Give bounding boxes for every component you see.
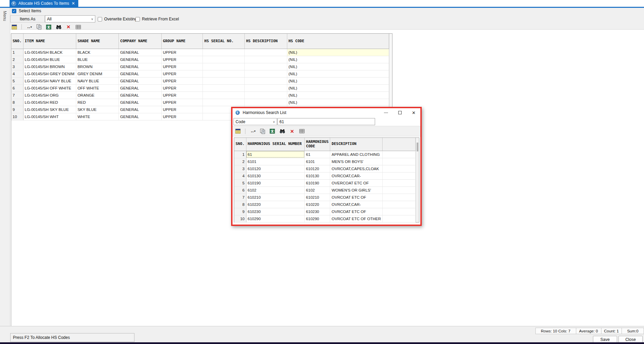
- group-name-cell[interactable]: UPPER: [161, 106, 203, 113]
- row-number-cell[interactable]: 8: [11, 99, 23, 106]
- excel-export-icon[interactable]: X: [269, 128, 276, 134]
- find-icon[interactable]: [279, 128, 286, 134]
- shade-name-cell[interactable]: WHITE: [76, 113, 118, 120]
- column-header[interactable]: ITEM NAME: [23, 34, 76, 49]
- column-header[interactable]: HS CODE: [287, 34, 389, 49]
- column-header[interactable]: COMPANY NAME: [119, 34, 161, 49]
- item-name-cell[interactable]: LG-00145/SH OFF WHITE: [23, 84, 76, 92]
- harmonious-serial-cell[interactable]: 610220: [246, 201, 305, 208]
- description-cell[interactable]: OVRCOAT ETC OF: [330, 194, 383, 201]
- hs-serial-cell[interactable]: [203, 92, 245, 99]
- company-name-cell[interactable]: GENERAL: [119, 113, 161, 120]
- group-name-cell[interactable]: UPPER: [161, 49, 203, 56]
- item-name-cell[interactable]: LG-00145/SH ORG: [23, 92, 76, 99]
- excel-export-icon[interactable]: X: [45, 24, 52, 30]
- description-cell[interactable]: OVRCOAT,CAR-: [330, 172, 383, 179]
- row-number-cell[interactable]: 2: [234, 158, 246, 165]
- harmonious-code-cell[interactable]: 610190: [305, 179, 330, 186]
- column-header[interactable]: SHADE NAME: [76, 34, 118, 49]
- hs-description-cell[interactable]: [244, 84, 287, 92]
- company-name-cell[interactable]: GENERAL: [119, 49, 161, 56]
- company-name-cell[interactable]: GENERAL: [119, 106, 161, 113]
- row-number-cell[interactable]: 9: [11, 106, 23, 113]
- row-number-cell[interactable]: 1: [234, 151, 246, 158]
- select-items-checkbox[interactable]: ✓: [12, 9, 16, 13]
- hs-serial-cell[interactable]: [203, 99, 245, 106]
- group-name-cell[interactable]: UPPER: [161, 99, 203, 106]
- column-width-icon[interactable]: ↔▾: [249, 128, 256, 134]
- item-name-cell[interactable]: LG-00145/SH WHT: [23, 113, 76, 120]
- company-name-cell[interactable]: GENERAL: [119, 63, 161, 70]
- description-cell[interactable]: OVRCOAT,CAPES,CLOAK: [330, 165, 383, 172]
- row-number-cell[interactable]: 5: [234, 179, 246, 186]
- harmonious-code-cell[interactable]: 6101: [305, 158, 330, 165]
- harmonious-code-cell[interactable]: 610230: [305, 208, 330, 215]
- retrieve-from-excel-checkbox[interactable]: [135, 17, 140, 21]
- hs-serial-cell[interactable]: [203, 84, 245, 92]
- close-icon[interactable]: ✕: [412, 111, 416, 115]
- description-cell[interactable]: OVERCOAT ETC OF: [330, 179, 383, 186]
- delete-icon[interactable]: ✕: [289, 128, 295, 134]
- search-field-dropdown[interactable]: Code ∨: [234, 118, 277, 125]
- harmonious-serial-cell[interactable]: 610120: [246, 165, 305, 172]
- group-name-cell[interactable]: UPPER: [161, 92, 203, 99]
- column-header[interactable]: SNO.: [234, 138, 246, 151]
- harmonious-serial-cell[interactable]: 6101: [246, 158, 305, 165]
- column-header[interactable]: HS SERIAL NO.: [203, 34, 245, 49]
- group-name-cell[interactable]: UPPER: [161, 77, 203, 84]
- harmonious-code-cell[interactable]: 6102: [305, 186, 330, 194]
- row-number-cell[interactable]: 3: [11, 63, 23, 70]
- column-width-icon[interactable]: ↔▾: [26, 24, 32, 30]
- column-header[interactable]: DESCRIPTION: [330, 138, 383, 151]
- hs-description-cell[interactable]: [244, 77, 287, 84]
- harmonious-code-cell[interactable]: 61: [305, 151, 330, 158]
- tab-close-icon[interactable]: ✕: [71, 1, 75, 5]
- harmonious-code-cell[interactable]: 610130: [305, 172, 330, 179]
- description-cell[interactable]: OVRCOAT ETC OF: [330, 208, 383, 215]
- hs-serial-cell[interactable]: [203, 49, 245, 56]
- hs-serial-cell[interactable]: [203, 77, 245, 84]
- report-icon[interactable]: [235, 128, 241, 134]
- item-name-cell[interactable]: LG-00145/SH BLACK: [23, 49, 76, 56]
- harmonious-serial-cell[interactable]: 6102: [246, 186, 305, 194]
- hs-serial-cell[interactable]: [203, 70, 245, 77]
- overwrite-existing-checkbox[interactable]: [98, 17, 102, 21]
- row-number-cell[interactable]: 2: [11, 56, 23, 63]
- shade-name-cell[interactable]: SKY BLUE: [76, 106, 118, 113]
- tab-allocate-hs-codes[interactable]: L Allocate HS Codes To Items ✕: [10, 0, 78, 7]
- copy-icon[interactable]: [259, 128, 266, 134]
- company-name-cell[interactable]: GENERAL: [119, 92, 161, 99]
- column-header[interactable]: HS DESCRIPTION: [244, 34, 287, 49]
- hs-description-cell[interactable]: [244, 92, 287, 99]
- harmonious-serial-cell[interactable]: 610130: [246, 172, 305, 179]
- company-name-cell[interactable]: GENERAL: [119, 77, 161, 84]
- delete-icon[interactable]: ✕: [65, 24, 72, 30]
- row-number-cell[interactable]: 6: [11, 84, 23, 92]
- group-name-cell[interactable]: UPPER: [161, 56, 203, 63]
- search-input[interactable]: [277, 118, 375, 125]
- item-name-cell[interactable]: LG-00145/SH RED: [23, 99, 76, 106]
- row-number-cell[interactable]: 9: [234, 208, 246, 215]
- hs-code-cell[interactable]: (NIL): [287, 99, 389, 106]
- maximize-icon[interactable]: [398, 111, 402, 114]
- item-name-cell[interactable]: LG-00145/SH BROWN: [23, 63, 76, 70]
- harmonious-serial-cell[interactable]: 610230: [246, 208, 305, 215]
- shade-name-cell[interactable]: NAVY BLUE: [76, 77, 118, 84]
- scrollbar-thumb[interactable]: [417, 143, 418, 151]
- harmonious-serial-cell[interactable]: 61: [246, 151, 305, 158]
- row-number-cell[interactable]: 3: [234, 165, 246, 172]
- harmonious-code-cell[interactable]: 610220: [305, 201, 330, 208]
- row-number-cell[interactable]: 7: [11, 92, 23, 99]
- company-name-cell[interactable]: GENERAL: [119, 56, 161, 63]
- hs-description-cell[interactable]: [244, 49, 287, 56]
- harmonious-grid-scrollbar[interactable]: [416, 138, 419, 222]
- items-as-dropdown[interactable]: All ∨: [45, 15, 95, 22]
- description-cell[interactable]: MEN'S OR BOYS': [330, 158, 383, 165]
- description-cell[interactable]: APPAREL AND CLOTHING: [330, 151, 383, 158]
- row-number-cell[interactable]: 4: [234, 172, 246, 179]
- row-number-cell[interactable]: 10: [11, 113, 23, 120]
- shade-name-cell[interactable]: ORANGE: [76, 92, 118, 99]
- row-number-cell[interactable]: 7: [234, 194, 246, 201]
- grid-icon[interactable]: [299, 128, 305, 134]
- shade-name-cell[interactable]: OFF WHITE: [76, 84, 118, 92]
